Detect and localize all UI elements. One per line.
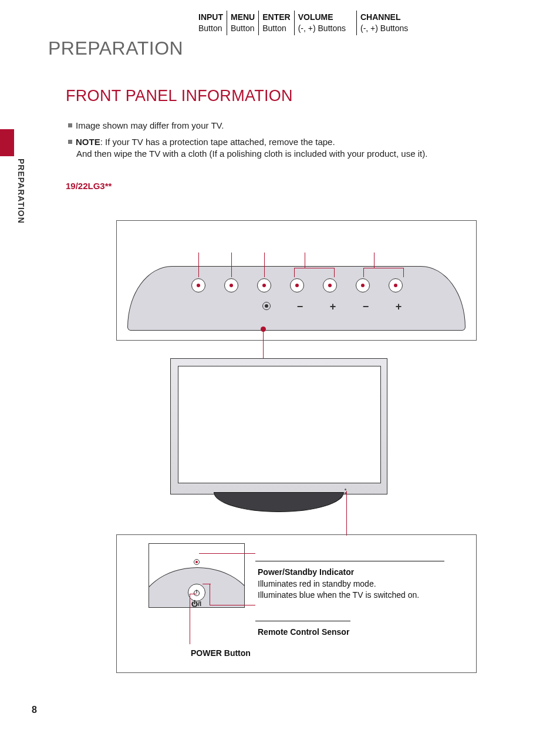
leader-line: [374, 253, 375, 268]
menu-button: [224, 278, 238, 292]
rule-line: [255, 621, 350, 621]
tv-frame: [170, 358, 387, 494]
leader-line: [305, 253, 305, 268]
bullet-1: Image shown may differ from your TV.: [68, 120, 224, 132]
indicator-text: Power/Standby Indicator Illuminates red …: [258, 567, 419, 601]
label-input: INPUT Button: [195, 11, 227, 35]
leader-line: [210, 605, 255, 605]
plus-icon: +: [392, 301, 406, 313]
sensor-title: Remote Control Sensor: [258, 627, 349, 638]
label-menu: MENU Button: [227, 11, 258, 35]
power-button-text: POWER Button: [191, 648, 251, 659]
leader-line: [190, 594, 190, 644]
power-indicator-led: [194, 559, 200, 565]
tv-stand: [214, 492, 344, 512]
leader-line: [294, 268, 334, 268]
leader-line: [264, 253, 265, 277]
leader-line: [363, 268, 364, 277]
power-button-title: POWER Button: [191, 648, 251, 658]
leader-line: [334, 268, 335, 277]
diagram-bottom-panel: ⏻/I Power/Standby Indicator Illuminates …: [116, 534, 477, 673]
bullet-2: NOTE: If your TV has a protection tape a…: [68, 136, 335, 148]
indicator-line2: Illuminates blue when the TV is switched…: [258, 590, 419, 601]
bullet-1-text: Image shown may differ from your TV.: [76, 120, 224, 130]
leader-line: [231, 253, 232, 277]
channel-minus-button: [356, 278, 370, 292]
model-label: 19/22LG3**: [66, 181, 112, 191]
bullet-icon: [68, 123, 72, 127]
rule-line: [255, 561, 444, 561]
plus-icon: +: [326, 301, 340, 313]
section-title: FRONT PANEL INFORMATION: [66, 87, 293, 105]
leader-line: [210, 584, 210, 605]
side-tab: [0, 129, 14, 156]
indicator-title: Power/Standby Indicator: [258, 567, 419, 578]
label-input-title: INPUT: [198, 12, 223, 23]
power-button: [188, 584, 205, 601]
label-channel-sub: (-, +) Buttons: [360, 23, 408, 34]
power-icon: [193, 588, 201, 597]
label-channel-title: CHANNEL: [360, 12, 408, 23]
enter-button: [257, 278, 271, 292]
minus-icon: −: [293, 301, 307, 313]
label-enter-sub: Button: [262, 23, 290, 34]
label-volume-title: VOLUME: [298, 12, 346, 23]
leader-line: [294, 268, 295, 277]
bullet-icon: [68, 140, 72, 144]
tv-screen: [178, 366, 381, 483]
diagram-top-panel: − + − +: [116, 220, 477, 341]
leader-dot-icon: [261, 327, 266, 332]
volume-minus-button: [290, 278, 304, 292]
label-input-sub: Button: [198, 23, 223, 34]
label-volume-sub: (-, +) Buttons: [298, 23, 346, 34]
power-symbol-label: ⏻/I: [191, 600, 201, 607]
sensor-text: Remote Control Sensor: [258, 627, 349, 638]
leader-line: [190, 594, 197, 594]
panel-body: − + − +: [127, 266, 465, 331]
channel-plus-button: [389, 278, 403, 292]
bullet-2-sub: And then wipe the TV with a cloth (If a …: [76, 148, 427, 160]
leader-line: [199, 553, 255, 554]
bullet-2-text: : If your TV has a protection tape attac…: [100, 137, 335, 147]
tv-illustration: [170, 358, 387, 517]
page-title: PREPARATION: [48, 38, 183, 59]
bullet-2-label: NOTE: [76, 137, 100, 147]
label-channel: CHANNEL (-, +) Buttons: [356, 11, 411, 35]
minus-icon: −: [359, 301, 373, 313]
top-label-grid: INPUT Button MENU Button ENTER Button VO…: [195, 11, 411, 35]
symbol-row: − + − +: [260, 301, 406, 313]
indicator-line1: Illuminates red in standby mode.: [258, 578, 419, 590]
leader-line: [346, 491, 347, 536]
button-row: [191, 278, 403, 292]
label-enter: ENTER Button: [258, 11, 294, 35]
volume-plus-button: [323, 278, 337, 292]
label-enter-title: ENTER: [262, 12, 290, 23]
leader-line: [203, 584, 211, 584]
leader-line: [403, 268, 404, 277]
leader-line: [363, 268, 403, 268]
page-number: 8: [32, 705, 37, 715]
label-menu-title: MENU: [231, 12, 255, 23]
label-menu-sub: Button: [231, 23, 255, 34]
label-volume: VOLUME (-, +) Buttons: [294, 11, 349, 35]
leader-line: [198, 253, 199, 277]
input-button: [191, 278, 205, 292]
side-label: PREPARATION: [16, 159, 26, 224]
